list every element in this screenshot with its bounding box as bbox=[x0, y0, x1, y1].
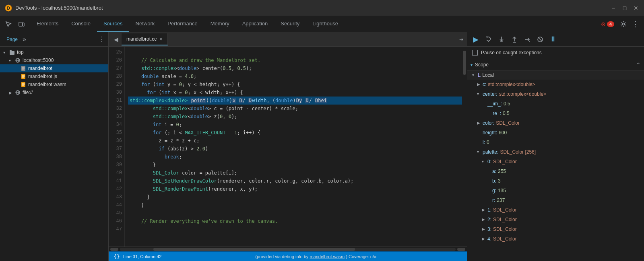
tree-item-localhost-5000[interactable]: ▾localhost:5000 bbox=[0, 56, 108, 64]
h-scroll-thumb[interactable] bbox=[153, 248, 355, 251]
tree-item-mandelbrot-js[interactable]: mandelbrot.js bbox=[0, 72, 108, 80]
tree-item-top[interactable]: ▾top bbox=[0, 48, 108, 56]
nav-tab-console[interactable]: Console bbox=[65, 16, 97, 32]
tree-item-file---[interactable]: ▶file:// bbox=[0, 88, 108, 97]
format-button[interactable]: {} bbox=[114, 253, 120, 260]
file-icon bbox=[20, 66, 27, 71]
svg-rect-3 bbox=[23, 23, 24, 26]
tree-item-mandelbrot-wasm[interactable]: mandelbrot.wasm bbox=[0, 80, 108, 88]
scope-value: 600 bbox=[499, 129, 507, 137]
scope-key: __re_: bbox=[487, 109, 501, 117]
step-into-button[interactable] bbox=[496, 34, 507, 45]
tree-arrow: ▾ bbox=[3, 50, 9, 55]
scope-arrow[interactable]: ▾ bbox=[477, 90, 483, 98]
scope-item: r:237 bbox=[467, 195, 644, 205]
editor-tab-mandelbrot[interactable]: mandelbrot.cc × bbox=[122, 33, 168, 45]
file-tree: ▾top▾localhost:5000mandelbrotmandelbrot.… bbox=[0, 47, 108, 261]
local-arrow: ▾ bbox=[472, 72, 478, 79]
tab-back-button[interactable]: ◀ bbox=[110, 34, 122, 45]
center-panel: ◀ mandelbrot.cc × ⇥ 25262728293031323334… bbox=[109, 32, 467, 261]
code-content[interactable]: ​ // Calculate and draw the Mandelbrot s… bbox=[125, 47, 467, 247]
scope-item[interactable]: ▶2:SDL_Color bbox=[467, 215, 644, 224]
scope-item[interactable]: ▶color:SDL_Color bbox=[467, 118, 644, 128]
left-panel: Page » ⋮ ▾top▾localhost:5000mandelbrotma… bbox=[0, 32, 109, 261]
device-toolbar-button[interactable] bbox=[16, 19, 27, 29]
local-icon: L bbox=[478, 72, 481, 79]
scope-local-header[interactable]: ▾ L Local bbox=[467, 71, 644, 80]
settings-button[interactable] bbox=[618, 19, 629, 29]
step-out-button[interactable] bbox=[509, 34, 520, 45]
scope-item[interactable]: ▾center:std::complex<double> bbox=[467, 89, 644, 99]
nav-tab-elements[interactable]: Elements bbox=[30, 16, 65, 32]
tree-label: mandelbrot.wasm bbox=[28, 82, 66, 87]
scope-value: 255 bbox=[498, 167, 506, 175]
nav-tab-application[interactable]: Application bbox=[236, 16, 275, 32]
nav-tab-lighthouse[interactable]: Lighthouse bbox=[306, 16, 345, 32]
scope-value: SDL_Color bbox=[493, 216, 517, 224]
panel-menu-button[interactable]: ⋮ bbox=[99, 35, 105, 43]
nav-tab-security[interactable]: Security bbox=[274, 16, 306, 32]
tree-label: localhost:5000 bbox=[23, 58, 54, 63]
scope-arrow[interactable]: ▶ bbox=[482, 206, 487, 214]
nav-tab-performance[interactable]: Performance bbox=[161, 16, 204, 32]
horizontal-scrollbar[interactable] bbox=[109, 247, 467, 251]
h-scroll-left[interactable] bbox=[110, 248, 118, 251]
scope-key: 2: bbox=[487, 216, 491, 224]
scope-key: r: bbox=[492, 196, 495, 204]
more-tabs-button[interactable]: » bbox=[23, 36, 26, 43]
more-menu-button[interactable]: ⋮ bbox=[630, 19, 641, 29]
tab-close-button[interactable]: × bbox=[159, 36, 162, 42]
pause-exceptions-checkbox[interactable] bbox=[472, 50, 478, 55]
scope-arrow[interactable]: ▶ bbox=[482, 235, 487, 243]
scope-item[interactable]: ▶1:SDL_Color bbox=[467, 205, 644, 215]
scope-key: color: bbox=[483, 119, 494, 127]
line-numbers: 2526272829303132333435363738394041424344… bbox=[109, 47, 125, 247]
scope-header[interactable]: ▾ Scope ⌃ bbox=[467, 59, 644, 71]
cursor-position: Line 31, Column 42 bbox=[123, 254, 161, 259]
deactivate-breakpoints-button[interactable] bbox=[535, 34, 545, 45]
scope-item[interactable]: ▶c:std::complex<double> bbox=[467, 80, 644, 89]
scope-arrow[interactable]: ▶ bbox=[482, 216, 487, 224]
scope-arrow[interactable]: ▾ bbox=[482, 158, 487, 166]
minimize-button[interactable]: − bbox=[610, 5, 617, 11]
tree-item-mandelbrot[interactable]: mandelbrot bbox=[0, 64, 108, 72]
scope-collapse-button[interactable]: ⌃ bbox=[636, 62, 641, 68]
scope-item[interactable]: ▾palette:SDL_Color [256] bbox=[467, 147, 644, 157]
scope-arrow[interactable]: ▶ bbox=[477, 119, 483, 127]
code-editor: 2526272829303132333435363738394041424344… bbox=[109, 47, 467, 247]
scope-key: a: bbox=[492, 167, 496, 175]
scope-item[interactable]: ▶3:SDL_Color bbox=[467, 224, 644, 234]
scope-arrow[interactable]: ▶ bbox=[482, 225, 487, 233]
pause-on-exceptions-button[interactable]: ⏸ bbox=[548, 34, 558, 45]
nav-tab-network[interactable]: Network bbox=[129, 16, 161, 32]
resume-button[interactable]: ▶ bbox=[471, 34, 481, 45]
maximize-button[interactable]: □ bbox=[621, 5, 628, 11]
page-tab[interactable]: Page bbox=[3, 35, 21, 44]
nav-tabs: ElementsConsoleSourcesNetworkPerformance… bbox=[30, 16, 644, 32]
scope-item[interactable]: ▶4:SDL_Color bbox=[467, 234, 644, 244]
exceptions-row: Pause on caught exceptions bbox=[467, 47, 644, 59]
scope-arrow[interactable]: ▾ bbox=[477, 148, 483, 156]
scope-value: std::complex<double> bbox=[488, 80, 535, 88]
nav-tab-sources[interactable]: Sources bbox=[97, 16, 129, 32]
h-scroll-right[interactable] bbox=[457, 248, 465, 251]
inspect-element-button[interactable] bbox=[3, 19, 14, 29]
debugger-toolbar: ▶ bbox=[467, 32, 644, 47]
status-center: (provided via debug info by mandelbrot.w… bbox=[169, 254, 462, 259]
scrollbar-thumb-v[interactable] bbox=[463, 51, 466, 75]
nav-tab-memory[interactable]: Memory bbox=[204, 16, 236, 32]
error-badge[interactable]: ⊗ 4 bbox=[599, 19, 617, 29]
tree-label: mandelbrot bbox=[28, 66, 52, 71]
local-label: Local bbox=[482, 72, 494, 79]
scope-item[interactable]: ▾0:SDL_Color bbox=[467, 157, 644, 166]
scope-key: c: bbox=[483, 80, 486, 88]
editor-expand-button[interactable]: ⇥ bbox=[456, 34, 467, 45]
step-over-button[interactable] bbox=[483, 34, 494, 45]
scope-key: 1: bbox=[487, 206, 491, 214]
source-link[interactable]: mandelbrot.wasm bbox=[310, 254, 345, 259]
scope-value: std::complex<double> bbox=[499, 90, 546, 98]
close-button[interactable]: ✕ bbox=[633, 5, 639, 11]
step-button[interactable] bbox=[522, 34, 533, 45]
scope-key: center: bbox=[483, 90, 497, 98]
scope-arrow[interactable]: ▶ bbox=[477, 80, 483, 88]
